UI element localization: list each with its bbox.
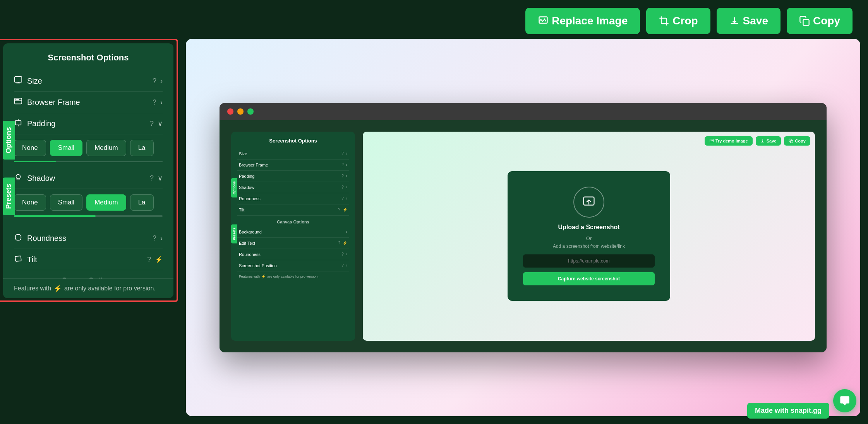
padding-small-button[interactable]: Small [50,140,83,156]
inner-row-edit-text[interactable]: Edit Text ? ⚡ [237,238,349,249]
chat-button[interactable] [833,389,856,412]
browser-window: Options Presets Screenshot Options Size … [220,103,827,352]
inner-row-roundness2[interactable]: Roundness ? › [237,249,349,260]
inner-roundness-label: Roundness [239,196,341,201]
svg-point-4 [16,100,17,100]
main-canvas: Options Presets Screenshot Options Size … [186,39,860,416]
tilt-help-icon[interactable]: ? [147,256,151,264]
size-help-icon[interactable]: ? [153,77,156,85]
inner-options-tab[interactable]: Options [231,178,237,197]
inner-copy-button[interactable]: Copy [784,136,810,146]
presets-tab[interactable]: Presets [3,177,15,215]
padding-none-button[interactable]: None [14,140,46,156]
inner-edit-text-label: Edit Text [239,241,338,245]
padding-slider-fill [14,161,56,162]
size-arrow-icon: › [160,77,163,85]
svg-rect-8 [15,121,21,125]
inner-save-icon [760,139,765,143]
crop-button[interactable]: Crop [646,8,710,34]
shadow-large-button[interactable]: La [130,194,154,211]
shadow-options: None Small Medium La [14,189,163,213]
inner-position-help: ? [341,263,344,268]
made-with-badge: Made with snapit.gg [747,403,829,419]
replace-image-label: Replace Image [552,15,628,27]
browser-body: Options Presets Screenshot Options Size … [220,120,827,352]
sidebar-row-roundness[interactable]: Roundness ? › [14,228,163,249]
inner-row-shadow[interactable]: Shadow ? › [237,182,349,193]
upload-box: Upload a Screenshot Or Add a screenshot … [508,171,670,301]
inner-row-size[interactable]: Size ? › [237,148,349,160]
inner-tilt-label: Tilt [239,208,338,212]
inner-sidebar-title: Screenshot Options [237,138,349,144]
inner-browser-frame-help: ? [341,163,344,167]
top-toolbar: Replace Image Crop Save Copy [525,8,853,34]
inner-edit-text-help: ? [338,241,341,245]
inner-presets-tab[interactable]: Presets [231,225,237,244]
inner-row-browser-frame[interactable]: Browser Frame ? › [237,160,349,171]
options-tab[interactable]: Options [3,121,15,160]
svg-point-12 [16,179,20,180]
inner-save-button[interactable]: Save [756,136,781,146]
inner-row-background[interactable]: Background › [237,227,349,238]
inner-right-panel: Try demo image Save [363,132,815,341]
browser-frame-label: Browser Frame [27,98,153,107]
svg-point-5 [17,100,18,100]
copy-button[interactable]: Copy [787,8,853,34]
shadow-label: Shadow [27,174,150,183]
shadow-slider-fill [14,215,96,217]
inner-position-arrow: › [346,263,347,268]
padding-large-button[interactable]: La [130,140,154,156]
padding-label: Padding [27,119,150,128]
upload-icon-circle [573,187,604,218]
inner-background-label: Background [239,230,346,234]
chat-icon [839,395,850,406]
shadow-none-button[interactable]: None [14,194,46,211]
sidebar-content: Screenshot Options Size ? › [3,43,173,278]
inner-row-roundness[interactable]: Roundness ? › [237,193,349,204]
inner-pro-lightning: ⚡ [261,275,266,278]
url-input[interactable] [523,254,655,268]
shadow-help-icon[interactable]: ? [150,174,154,182]
padding-help-icon[interactable]: ? [150,120,154,128]
inner-row-screenshot-position[interactable]: Screenshot Position ? › [237,260,349,271]
browser-dot-green [247,108,254,115]
shadow-slider[interactable] [14,213,163,228]
inner-size-arrow: › [346,151,347,156]
inner-roundness-arrow: › [346,196,347,201]
pro-notice-suffix: are only available for pro version. [64,285,156,292]
sidebar-row-tilt[interactable]: Tilt ? ⚡ [14,249,163,270]
canvas-options-title: Canvas Options [14,270,163,278]
capture-btn[interactable]: Capture website screenshot [523,272,655,285]
crop-label: Crop [672,15,698,27]
upload-text: Upload a Screenshot [523,224,655,231]
upload-or: Or [523,235,655,241]
inner-roundness2-arrow: › [346,252,347,256]
inner-try-demo-button[interactable]: Try demo image [705,136,753,146]
replace-image-button[interactable]: Replace Image [525,8,640,34]
inner-copy-icon [789,139,793,143]
shadow-medium-button[interactable]: Medium [86,194,126,211]
sidebar-row-size[interactable]: Size ? › [14,70,163,92]
inner-roundness2-label: Roundness [239,252,341,257]
inner-browser-frame-label: Browser Frame [239,163,341,167]
sidebar-row-shadow[interactable]: Shadow ? ∨ [14,168,163,189]
svg-rect-14 [15,256,21,261]
sidebar-row-browser-frame[interactable]: Browser Frame ? › [14,92,163,113]
browser-dot-yellow [237,108,244,115]
pro-notice-text: Features with [14,285,51,292]
roundness-label: Roundness [27,234,153,243]
roundness-help-icon[interactable]: ? [153,234,156,242]
sidebar-row-padding[interactable]: Padding ? ∨ [14,113,163,134]
tilt-icon [14,254,22,264]
save-button[interactable]: Save [717,8,781,34]
inner-row-tilt[interactable]: Tilt ? ⚡ [237,204,349,216]
shadow-small-button[interactable]: Small [50,194,83,211]
inner-roundness2-help: ? [341,252,344,256]
inner-row-padding[interactable]: Padding ? › [237,171,349,182]
padding-slider[interactable] [14,158,163,168]
padding-medium-button[interactable]: Medium [86,140,126,156]
sidebar-title: Screenshot Options [14,53,163,63]
inner-shadow-help: ? [341,185,344,189]
inner-ui: Options Presets Screenshot Options Size … [231,132,815,341]
browser-frame-help-icon[interactable]: ? [153,98,156,106]
